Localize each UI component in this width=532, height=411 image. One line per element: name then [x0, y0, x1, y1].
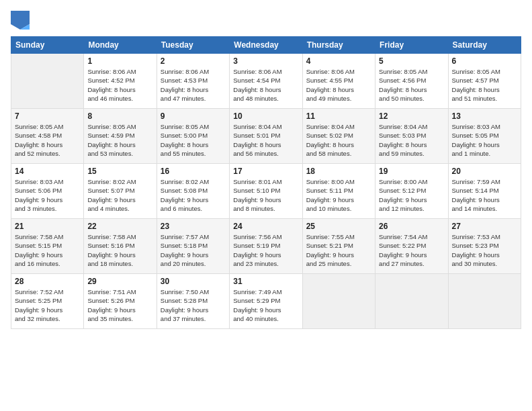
- day-number: 26: [379, 222, 444, 231]
- calendar-cell: 6Sunrise: 8:05 AM Sunset: 4:57 PM Daylig…: [448, 54, 521, 109]
- day-number: 9: [161, 111, 226, 121]
- weekday-header-saturday: Saturday: [448, 37, 521, 54]
- calendar-cell: 29Sunrise: 7:51 AM Sunset: 5:26 PM Dayli…: [84, 274, 157, 329]
- calendar-cell: [302, 274, 375, 329]
- calendar-cell: 25Sunrise: 7:55 AM Sunset: 5:21 PM Dayli…: [302, 219, 375, 274]
- calendar-cell: 23Sunrise: 7:57 AM Sunset: 5:18 PM Dayli…: [157, 219, 229, 274]
- day-number: 10: [233, 111, 298, 121]
- day-number: 3: [233, 56, 298, 66]
- calendar-cell: 14Sunrise: 8:03 AM Sunset: 5:06 PM Dayli…: [11, 164, 84, 219]
- weekday-header-tuesday: Tuesday: [157, 37, 229, 54]
- day-number: 12: [379, 111, 444, 121]
- day-number: 7: [15, 111, 80, 121]
- calendar-cell: 15Sunrise: 8:02 AM Sunset: 5:07 PM Dayli…: [84, 164, 157, 219]
- calendar-cell: 20Sunrise: 7:59 AM Sunset: 5:14 PM Dayli…: [448, 164, 521, 219]
- day-info: Sunrise: 8:01 AM Sunset: 5:10 PM Dayligh…: [233, 177, 298, 213]
- calendar-cell: 12Sunrise: 8:04 AM Sunset: 5:03 PM Dayli…: [375, 109, 448, 164]
- calendar-cell: 22Sunrise: 7:58 AM Sunset: 5:16 PM Dayli…: [84, 219, 157, 274]
- day-info: Sunrise: 8:06 AM Sunset: 4:55 PM Dayligh…: [306, 67, 371, 103]
- day-info: Sunrise: 7:52 AM Sunset: 5:25 PM Dayligh…: [15, 287, 80, 323]
- day-number: 29: [87, 277, 152, 286]
- day-info: Sunrise: 8:03 AM Sunset: 5:05 PM Dayligh…: [452, 122, 517, 158]
- calendar-cell: 18Sunrise: 8:00 AM Sunset: 5:11 PM Dayli…: [302, 164, 375, 219]
- day-info: Sunrise: 7:56 AM Sunset: 5:19 PM Dayligh…: [233, 232, 298, 268]
- day-number: 30: [161, 277, 226, 286]
- day-info: Sunrise: 7:59 AM Sunset: 5:14 PM Dayligh…: [452, 177, 517, 213]
- day-number: 11: [306, 111, 371, 121]
- day-info: Sunrise: 8:04 AM Sunset: 5:03 PM Dayligh…: [379, 122, 444, 158]
- calendar-container: SundayMondayTuesdayWednesdayThursdayFrid…: [0, 0, 532, 411]
- calendar-cell: 16Sunrise: 8:02 AM Sunset: 5:08 PM Dayli…: [157, 164, 229, 219]
- calendar-table: SundayMondayTuesdayWednesdayThursdayFrid…: [11, 36, 521, 329]
- calendar-week-3: 14Sunrise: 8:03 AM Sunset: 5:06 PM Dayli…: [11, 164, 521, 219]
- calendar-cell: 2Sunrise: 8:06 AM Sunset: 4:53 PM Daylig…: [157, 54, 229, 109]
- weekday-header-thursday: Thursday: [302, 37, 375, 54]
- day-info: Sunrise: 8:05 AM Sunset: 5:00 PM Dayligh…: [161, 122, 226, 158]
- day-info: Sunrise: 7:49 AM Sunset: 5:29 PM Dayligh…: [233, 287, 298, 323]
- calendar-cell: 10Sunrise: 8:04 AM Sunset: 5:01 PM Dayli…: [230, 109, 302, 164]
- calendar-cell: 28Sunrise: 7:52 AM Sunset: 5:25 PM Dayli…: [11, 274, 84, 329]
- day-info: Sunrise: 8:05 AM Sunset: 4:59 PM Dayligh…: [87, 122, 152, 158]
- weekday-header-wednesday: Wednesday: [230, 37, 302, 54]
- calendar-header: SundayMondayTuesdayWednesdayThursdayFrid…: [11, 37, 521, 54]
- day-info: Sunrise: 7:51 AM Sunset: 5:26 PM Dayligh…: [87, 287, 152, 323]
- day-number: 8: [87, 111, 152, 121]
- calendar-cell: 3Sunrise: 8:06 AM Sunset: 4:54 PM Daylig…: [230, 54, 302, 109]
- calendar-cell: 27Sunrise: 7:53 AM Sunset: 5:23 PM Dayli…: [448, 219, 521, 274]
- calendar-cell: 1Sunrise: 8:06 AM Sunset: 4:52 PM Daylig…: [84, 54, 157, 109]
- day-number: 31: [233, 277, 298, 286]
- day-info: Sunrise: 8:04 AM Sunset: 5:01 PM Dayligh…: [233, 122, 298, 158]
- weekday-header-friday: Friday: [375, 37, 448, 54]
- calendar-cell: [11, 54, 84, 109]
- day-info: Sunrise: 8:03 AM Sunset: 5:06 PM Dayligh…: [15, 177, 80, 213]
- calendar-cell: 31Sunrise: 7:49 AM Sunset: 5:29 PM Dayli…: [230, 274, 302, 329]
- calendar-cell: 30Sunrise: 7:50 AM Sunset: 5:28 PM Dayli…: [157, 274, 229, 329]
- day-number: 15: [87, 167, 152, 176]
- day-info: Sunrise: 7:58 AM Sunset: 5:16 PM Dayligh…: [87, 232, 152, 268]
- day-info: Sunrise: 8:02 AM Sunset: 5:08 PM Dayligh…: [161, 177, 226, 213]
- calendar-cell: 17Sunrise: 8:01 AM Sunset: 5:10 PM Dayli…: [230, 164, 302, 219]
- day-number: 13: [452, 111, 517, 121]
- day-number: 17: [233, 167, 298, 176]
- day-info: Sunrise: 7:54 AM Sunset: 5:22 PM Dayligh…: [379, 232, 444, 268]
- calendar-cell: 7Sunrise: 8:05 AM Sunset: 4:58 PM Daylig…: [11, 109, 84, 164]
- calendar-cell: 24Sunrise: 7:56 AM Sunset: 5:19 PM Dayli…: [230, 219, 302, 274]
- calendar-week-4: 21Sunrise: 7:58 AM Sunset: 5:15 PM Dayli…: [11, 219, 521, 274]
- calendar-cell: 4Sunrise: 8:06 AM Sunset: 4:55 PM Daylig…: [302, 54, 375, 109]
- calendar-cell: [375, 274, 448, 329]
- day-number: 14: [15, 167, 80, 176]
- calendar-week-2: 7Sunrise: 8:05 AM Sunset: 4:58 PM Daylig…: [11, 109, 521, 164]
- day-number: 16: [161, 167, 226, 176]
- day-info: Sunrise: 7:53 AM Sunset: 5:23 PM Dayligh…: [452, 232, 517, 268]
- calendar-cell: 21Sunrise: 7:58 AM Sunset: 5:15 PM Dayli…: [11, 219, 84, 274]
- day-number: 28: [15, 277, 80, 286]
- calendar-cell: 11Sunrise: 8:04 AM Sunset: 5:02 PM Dayli…: [302, 109, 375, 164]
- day-info: Sunrise: 8:06 AM Sunset: 4:53 PM Dayligh…: [161, 67, 226, 103]
- day-info: Sunrise: 8:06 AM Sunset: 4:54 PM Dayligh…: [233, 67, 298, 103]
- calendar-cell: 9Sunrise: 8:05 AM Sunset: 5:00 PM Daylig…: [157, 109, 229, 164]
- day-number: 19: [379, 167, 444, 176]
- day-number: 27: [452, 222, 517, 231]
- logo: [11, 11, 32, 30]
- day-info: Sunrise: 8:05 AM Sunset: 4:57 PM Dayligh…: [452, 67, 517, 103]
- calendar-cell: [448, 274, 521, 329]
- calendar-cell: 19Sunrise: 8:00 AM Sunset: 5:12 PM Dayli…: [375, 164, 448, 219]
- calendar-cell: 13Sunrise: 8:03 AM Sunset: 5:05 PM Dayli…: [448, 109, 521, 164]
- day-number: 25: [306, 222, 371, 231]
- day-info: Sunrise: 8:00 AM Sunset: 5:11 PM Dayligh…: [306, 177, 371, 213]
- weekday-header-sunday: Sunday: [11, 37, 84, 54]
- day-number: 4: [306, 56, 371, 66]
- day-number: 6: [452, 56, 517, 66]
- day-number: 5: [379, 56, 444, 66]
- day-number: 2: [161, 56, 226, 66]
- day-info: Sunrise: 8:00 AM Sunset: 5:12 PM Dayligh…: [379, 177, 444, 213]
- logo-icon: [11, 11, 30, 30]
- header: [11, 11, 521, 30]
- calendar-cell: 8Sunrise: 8:05 AM Sunset: 4:59 PM Daylig…: [84, 109, 157, 164]
- day-number: 23: [161, 222, 226, 231]
- day-info: Sunrise: 8:05 AM Sunset: 4:56 PM Dayligh…: [379, 67, 444, 103]
- day-info: Sunrise: 7:58 AM Sunset: 5:15 PM Dayligh…: [15, 232, 80, 268]
- day-info: Sunrise: 8:02 AM Sunset: 5:07 PM Dayligh…: [87, 177, 152, 213]
- day-info: Sunrise: 7:57 AM Sunset: 5:18 PM Dayligh…: [161, 232, 226, 268]
- day-info: Sunrise: 8:06 AM Sunset: 4:52 PM Dayligh…: [87, 67, 152, 103]
